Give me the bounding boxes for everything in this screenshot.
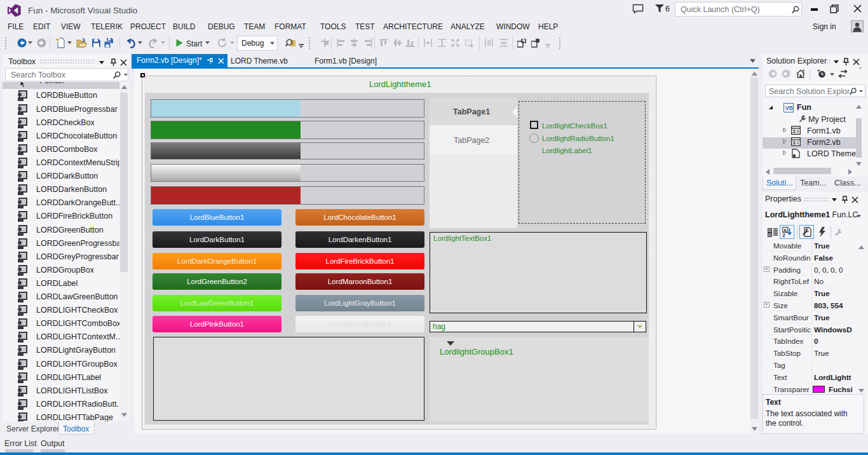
svg-text:Z: Z bbox=[783, 233, 786, 238]
svg-text:A: A bbox=[783, 228, 787, 233]
